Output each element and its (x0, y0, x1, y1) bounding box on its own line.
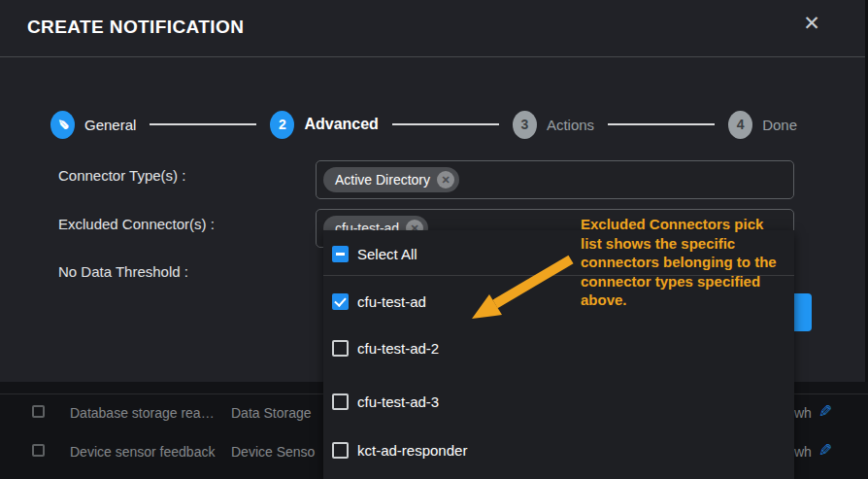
option-label: cfu-test-ad-3 (357, 393, 439, 410)
dropdown-option[interactable]: cfu-test-ad-2 (323, 336, 794, 359)
notification-type: Device Senso (231, 444, 315, 460)
step-done-circle: 4 (728, 111, 752, 139)
stepper-connector (608, 123, 715, 125)
dropdown-option[interactable]: cfu-test-ad-3 (323, 390, 794, 413)
connector-types-label: Connector Type(s) : (58, 167, 185, 184)
step-general[interactable]: ✎ General (50, 111, 136, 139)
step-general-circle: ✎ (50, 111, 75, 139)
edit-pencil-icon[interactable]: ✎ (818, 440, 832, 461)
stepper-connector (392, 123, 499, 125)
option-label: cfu-test-ad (357, 293, 426, 310)
truncated-cell-text: wh (794, 405, 812, 421)
no-data-threshold-label: No Data Threshold : (58, 263, 188, 280)
step-actions-circle: 3 (513, 111, 537, 139)
notification-type: Data Storage (231, 405, 312, 421)
wizard-stepper: ✎ General 2 Advanced 3 Actions 4 Done (50, 101, 797, 148)
checkbox-unchecked[interactable] (332, 442, 349, 459)
step-advanced-label: Advanced (304, 116, 378, 133)
modal-header: CREATE NOTIFICATION ✕ (0, 0, 865, 57)
annotation-arrow-icon (445, 248, 585, 330)
option-label: cfu-test-ad-2 (357, 340, 439, 357)
excluded-connectors-label: Excluded Connector(s) : (58, 216, 215, 232)
annotation-text: Excluded Connectors pick list shows the … (581, 215, 781, 310)
notification-name: Database storage rea… (70, 405, 215, 421)
row-checkbox[interactable] (32, 444, 45, 457)
chip-remove-icon[interactable]: ✕ (437, 171, 454, 188)
edit-pencil-icon[interactable]: ✎ (818, 401, 832, 422)
screen: Database storage rea… Data Storage wh ✎ … (0, 0, 868, 479)
step-general-label: General (84, 117, 136, 133)
step-advanced-circle: 2 (270, 111, 294, 139)
chip-active-directory: Active Directory ✕ (323, 167, 459, 192)
step-advanced[interactable]: 2 Advanced (270, 111, 378, 139)
option-label: kct-ad-responder (357, 442, 467, 459)
modal-title: CREATE NOTIFICATION (27, 17, 244, 38)
truncated-cell-text: wh (794, 444, 812, 460)
connector-types-input[interactable]: Active Directory ✕ (316, 160, 794, 199)
stepper-connector (150, 123, 256, 125)
step-actions-label: Actions (547, 117, 594, 133)
checkbox-unchecked[interactable] (332, 340, 349, 357)
pencil-icon: ✎ (54, 119, 70, 130)
close-icon[interactable]: ✕ (799, 11, 824, 36)
chip-label: Active Directory (335, 172, 430, 188)
notification-name: Device sensor feedback (70, 444, 215, 460)
step-done[interactable]: 4 Done (728, 111, 797, 139)
dropdown-option[interactable]: kct-ad-responder (323, 438, 794, 462)
step-actions[interactable]: 3 Actions (513, 111, 594, 139)
step-done-label: Done (762, 117, 797, 133)
row-checkbox[interactable] (32, 405, 45, 418)
select-all-label: Select All (357, 246, 417, 262)
checkbox-unchecked[interactable] (332, 393, 349, 410)
select-all-checkbox-indeterminate[interactable] (332, 246, 349, 262)
checkbox-checked[interactable] (332, 293, 349, 310)
